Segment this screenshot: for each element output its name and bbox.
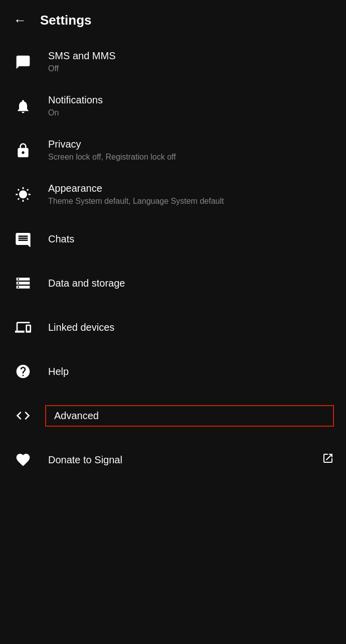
appearance-label: Appearance xyxy=(48,183,334,194)
appearance-sublabel: Theme System default, Language System de… xyxy=(48,196,334,207)
heart-icon xyxy=(12,449,34,471)
back-button[interactable]: ← xyxy=(10,10,30,30)
settings-item-privacy[interactable]: Privacy Screen lock off, Registration lo… xyxy=(0,128,346,173)
settings-list: SMS and MMS Off Notifications On xyxy=(0,40,346,482)
chats-label: Chats xyxy=(48,233,334,245)
privacy-sublabel: Screen lock off, Registration lock off xyxy=(48,152,334,163)
settings-item-donate[interactable]: Donate to Signal xyxy=(0,438,346,482)
sms-icon xyxy=(12,51,34,73)
chats-icon xyxy=(12,228,34,250)
settings-item-data-storage[interactable]: Data and storage xyxy=(0,261,346,305)
help-icon xyxy=(12,360,34,382)
bell-icon xyxy=(12,95,34,117)
settings-item-notifications[interactable]: Notifications On xyxy=(0,84,346,128)
privacy-label: Privacy xyxy=(48,139,334,150)
notifications-label: Notifications xyxy=(48,94,334,106)
linked-devices-icon xyxy=(12,316,34,338)
settings-item-appearance[interactable]: Appearance Theme System default, Languag… xyxy=(0,173,346,217)
header: ← Settings xyxy=(0,0,346,40)
settings-screen: ← Settings SMS and MMS Off xyxy=(0,0,346,482)
linked-devices-label: Linked devices xyxy=(48,322,334,333)
lock-icon xyxy=(12,140,34,162)
donate-label: Donate to Signal xyxy=(48,454,308,466)
back-arrow-icon: ← xyxy=(14,13,27,28)
settings-item-help[interactable]: Help xyxy=(0,349,346,394)
sms-label: SMS and MMS xyxy=(48,50,334,62)
sun-icon xyxy=(12,184,34,206)
page-title: Settings xyxy=(40,13,92,28)
notifications-sublabel: On xyxy=(48,108,334,118)
settings-item-linked-devices[interactable]: Linked devices xyxy=(0,305,346,349)
advanced-icon xyxy=(12,405,34,427)
help-label: Help xyxy=(48,366,334,377)
data-storage-label: Data and storage xyxy=(48,278,334,289)
external-link-icon xyxy=(322,452,334,467)
advanced-label: Advanced xyxy=(45,405,334,427)
settings-item-advanced[interactable]: Advanced xyxy=(0,394,346,438)
settings-item-sms[interactable]: SMS and MMS Off xyxy=(0,40,346,84)
storage-icon xyxy=(12,272,34,294)
settings-item-chats[interactable]: Chats xyxy=(0,217,346,261)
sms-sublabel: Off xyxy=(48,64,334,74)
